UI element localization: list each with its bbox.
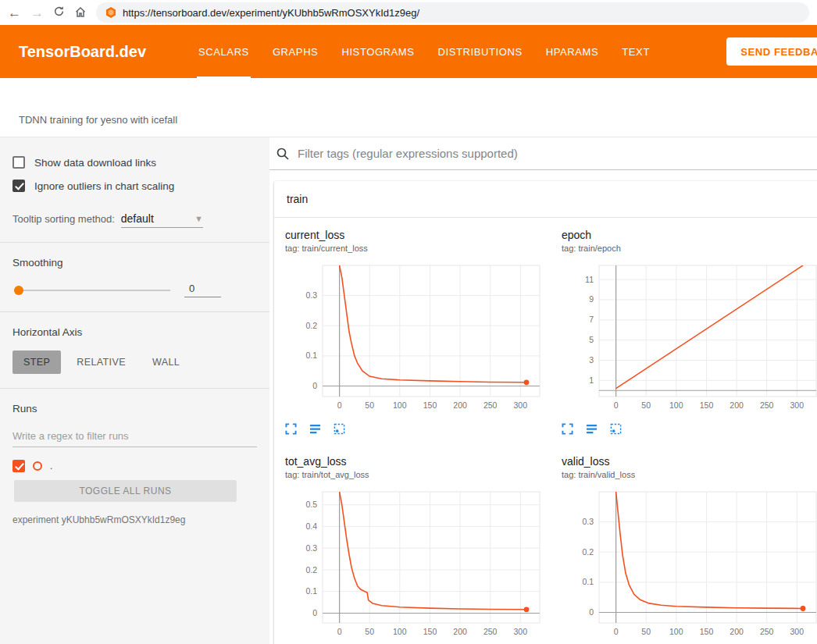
chevron-down-icon: ▼ bbox=[194, 214, 203, 223]
app-logo[interactable]: TensorBoard.dev bbox=[19, 43, 146, 61]
tab-hparams[interactable]: HPARAMS bbox=[534, 25, 611, 78]
train-section-card: train current_losstag: train/current_los… bbox=[274, 181, 817, 644]
svg-text:0: 0 bbox=[337, 400, 342, 410]
svg-text:250: 250 bbox=[483, 400, 498, 410]
forward-icon[interactable]: → bbox=[30, 6, 44, 20]
svg-text:250: 250 bbox=[760, 400, 774, 410]
svg-text:0: 0 bbox=[312, 381, 317, 390]
svg-text:0: 0 bbox=[312, 608, 317, 617]
svg-text:0: 0 bbox=[614, 627, 619, 636]
run-list-item[interactable]: . bbox=[12, 460, 257, 472]
address-bar[interactable]: https://tensorboard.dev/experiment/yKUbh… bbox=[96, 2, 809, 23]
svg-text:0.5: 0.5 bbox=[305, 500, 317, 509]
runs-label: Runs bbox=[12, 403, 257, 415]
run-checkbox[interactable] bbox=[12, 460, 25, 472]
chart-title: current_loss bbox=[285, 229, 546, 241]
chart-tag: tag: train/tot_avg_loss bbox=[285, 470, 546, 479]
smoothing-value-input[interactable]: 0 bbox=[184, 283, 221, 297]
slider-track bbox=[14, 290, 170, 291]
svg-text:5: 5 bbox=[589, 335, 594, 344]
run-color-indicator bbox=[33, 461, 42, 471]
svg-text:200: 200 bbox=[730, 400, 744, 410]
back-icon[interactable]: ← bbox=[8, 6, 21, 20]
fit-domain-icon[interactable] bbox=[334, 423, 345, 435]
chart-title: epoch bbox=[562, 229, 817, 241]
send-feedback-button[interactable]: SEND FEEDBACK bbox=[726, 37, 817, 66]
svg-text:11: 11 bbox=[585, 275, 594, 284]
search-icon bbox=[276, 147, 290, 161]
svg-text:200: 200 bbox=[453, 400, 467, 410]
slider-thumb[interactable] bbox=[14, 286, 23, 295]
svg-text:0.2: 0.2 bbox=[582, 547, 594, 557]
svg-text:1: 1 bbox=[589, 375, 594, 385]
svg-text:3: 3 bbox=[589, 355, 594, 365]
axis-step-button[interactable]: STEP bbox=[12, 350, 61, 374]
tooltip-sorting-label: Tooltip sorting method: bbox=[12, 213, 115, 225]
svg-text:100: 100 bbox=[669, 627, 683, 636]
svg-text:0.3: 0.3 bbox=[305, 543, 317, 553]
reload-icon[interactable] bbox=[53, 5, 65, 20]
svg-text:0: 0 bbox=[589, 607, 594, 617]
tab-graphs[interactable]: GRAPHS bbox=[261, 25, 330, 78]
chart-tag: tag: train/valid_loss bbox=[562, 470, 817, 479]
line-chart: 05010015020025030000.10.20.30.40.5 bbox=[285, 487, 546, 643]
svg-text:300: 300 bbox=[790, 400, 805, 410]
tab-histograms[interactable]: HISTOGRAMS bbox=[330, 25, 426, 78]
svg-text:300: 300 bbox=[790, 627, 805, 636]
chart-card-tot_avg_loss: tot_avg_losstag: train/tot_avg_loss05010… bbox=[285, 455, 546, 644]
tab-scalars[interactable]: SCALARS bbox=[187, 25, 261, 78]
tab-text[interactable]: TEXT bbox=[610, 25, 662, 78]
chart-toolbar bbox=[562, 423, 817, 435]
svg-text:0: 0 bbox=[337, 627, 342, 636]
divider bbox=[0, 242, 269, 243]
chart-grid: current_losstag: train/current_loss05010… bbox=[274, 218, 817, 644]
svg-text:50: 50 bbox=[365, 400, 374, 410]
svg-text:0.4: 0.4 bbox=[305, 521, 317, 531]
toggle-all-runs-button[interactable]: TOGGLE ALL RUNS bbox=[14, 480, 237, 502]
tab-distributions[interactable]: DISTRIBUTIONS bbox=[426, 25, 534, 78]
show-download-links-checkbox[interactable]: Show data download links bbox=[12, 156, 257, 169]
horizontal-axis-label: Horizontal Axis bbox=[12, 326, 257, 338]
home-icon[interactable] bbox=[74, 5, 87, 20]
svg-text:50: 50 bbox=[641, 627, 651, 636]
expand-chart-icon[interactable] bbox=[562, 423, 573, 435]
toggle-y-scale-icon[interactable] bbox=[586, 423, 598, 435]
checkbox-label: Ignore outliers in chart scaling bbox=[34, 180, 174, 192]
chart-toolbar bbox=[285, 423, 546, 435]
svg-text:0.3: 0.3 bbox=[582, 517, 594, 526]
divider bbox=[0, 388, 269, 389]
svg-text:0.1: 0.1 bbox=[305, 586, 317, 596]
svg-text:50: 50 bbox=[641, 400, 651, 410]
line-chart: 05010015020025030000.10.20.3 bbox=[285, 261, 546, 417]
svg-text:0: 0 bbox=[614, 400, 619, 410]
runs-filter-input[interactable] bbox=[12, 427, 257, 447]
svg-text:200: 200 bbox=[453, 627, 467, 636]
svg-text:100: 100 bbox=[669, 400, 683, 410]
smoothing-slider[interactable] bbox=[14, 285, 170, 296]
browser-toolbar: ← → https://tensorboard.dev/experiment/y… bbox=[0, 0, 817, 25]
chart-tag: tag: train/current_loss bbox=[285, 244, 546, 253]
svg-text:0.1: 0.1 bbox=[582, 577, 594, 586]
smoothing-label: Smoothing bbox=[12, 257, 257, 269]
checkbox-checked-icon bbox=[12, 180, 25, 192]
axis-wall-button[interactable]: WALL bbox=[141, 350, 191, 374]
toggle-y-scale-icon[interactable] bbox=[309, 423, 321, 435]
run-name: . bbox=[50, 461, 52, 471]
svg-text:0.3: 0.3 bbox=[305, 290, 317, 300]
chart-card-epoch: epochtag: train/epoch0501001502002503001… bbox=[562, 229, 817, 435]
ignore-outliers-checkbox[interactable]: Ignore outliers in chart scaling bbox=[12, 180, 257, 192]
checkbox-label: Show data download links bbox=[34, 157, 156, 169]
tag-filter-bar[interactable]: Filter tags (regular expressions support… bbox=[269, 137, 817, 170]
svg-text:0.2: 0.2 bbox=[305, 321, 317, 330]
fit-domain-icon[interactable] bbox=[610, 423, 622, 435]
expand-chart-icon[interactable] bbox=[285, 423, 297, 435]
url-text: https://tensorboard.dev/experiment/yKUbh… bbox=[123, 7, 419, 19]
tooltip-sorting-value: default bbox=[121, 212, 154, 225]
line-chart: 05010015020025030000.10.20.3 bbox=[562, 487, 817, 643]
tooltip-sorting-select[interactable]: default ▼ bbox=[121, 212, 203, 228]
train-section-header[interactable]: train bbox=[274, 181, 817, 218]
divider bbox=[0, 311, 269, 312]
tag-filter-placeholder: Filter tags (regular expressions support… bbox=[298, 147, 518, 160]
svg-text:150: 150 bbox=[423, 627, 437, 636]
axis-relative-button[interactable]: RELATIVE bbox=[66, 350, 137, 374]
